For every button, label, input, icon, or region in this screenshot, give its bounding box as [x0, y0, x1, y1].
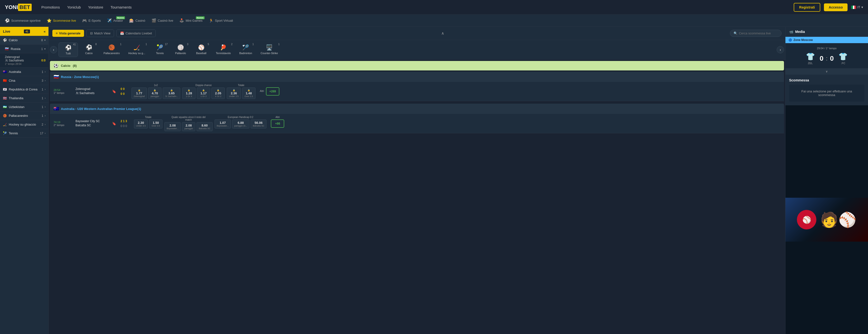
- registrati-button[interactable]: Registrati: [794, 3, 820, 12]
- odd-xor2[interactable]: 🔒 2.05 X Or 2: [211, 87, 225, 99]
- team2-abbr: .FC: [841, 62, 845, 64]
- calcio-icon: ⚽: [3, 38, 7, 42]
- odds-label-1x2: 1x2: [154, 84, 158, 87]
- lock-icon: 🔒: [217, 89, 219, 91]
- sidebar-item-uzbekistan[interactable]: 🇺🇿 Uzbekistan 1 ›: [0, 103, 49, 111]
- sidebar-item-cina[interactable]: 🇨🇳 Cina 3 ›: [0, 76, 49, 85]
- sport-tennis[interactable]: 17 🎾 Tennis: [150, 43, 169, 57]
- odd-1orx[interactable]: 🔒 1.28 1 Or X: [182, 87, 195, 99]
- odd-over35[interactable]: 1.50 Over 3.5: [149, 119, 162, 129]
- columns-icon: ⊟: [90, 31, 93, 35]
- odd-val: 1.50: [153, 121, 159, 124]
- scroll-right-arrow[interactable]: ›: [777, 46, 784, 53]
- chevron-right-icon: ›: [45, 79, 45, 82]
- nav-yoniclub[interactable]: Yoniclub: [67, 5, 81, 9]
- nav-esports[interactable]: 🎮 E-Sports: [82, 18, 101, 23]
- odd-zelenograd[interactable]: 🔒 1.77 Zelenograd: [131, 87, 147, 99]
- odd-h-bayswater[interactable]: 1.07 Bayswater...: [215, 119, 231, 129]
- odds-row-totale2: 2.30 Under 3.5 1.50 Over 3.5: [134, 119, 163, 129]
- russia-tournament-name[interactable]: Russia - Zone Moscow(1): [61, 75, 99, 79]
- soccer-icon: ⚽: [5, 18, 10, 23]
- sidebar-item-australia[interactable]: 🇦🇺 Australia 1 ›: [0, 67, 49, 76]
- odd-sachalinets[interactable]: 🔒 3.65 .fc Sachalin...: [163, 87, 180, 99]
- expand-button[interactable]: ∨: [785, 68, 868, 75]
- nav-casino[interactable]: 🎰 Casinò: [129, 18, 145, 23]
- sidebar-sub-zelenograd[interactable]: Zelenograd .fc Sachalinets 1° tempo 28:5…: [0, 53, 49, 67]
- sidebar-item-thailandia[interactable]: 🇹🇭 Thailandia 1 ›: [0, 94, 49, 103]
- nav-tournaments[interactable]: Tournaments: [111, 5, 132, 9]
- odd-over25[interactable]: 🔒 1.48 Over 2.5: [242, 87, 255, 99]
- nav-label: Casinò: [135, 19, 145, 22]
- sport-tennistavolo[interactable]: 2 🏓 Tennistavolo: [212, 43, 234, 57]
- altri-button-1[interactable]: +269: [266, 87, 279, 95]
- nav-promotions[interactable]: Promotions: [41, 5, 60, 9]
- nav-sport-virtuali[interactable]: 🏃 Sport Virtuali: [209, 18, 233, 23]
- sidebar-item-pallacanestro[interactable]: 🏀 Pallacanestro 1 ›: [0, 111, 49, 120]
- odd-val: 1.07: [220, 121, 226, 124]
- bookmark-icon-2[interactable]: 🔖: [112, 122, 116, 126]
- calendario-button[interactable]: 📅 Calendario Livebet: [116, 29, 155, 37]
- nav-scommesse-sportive[interactable]: ⚽ Scommesse sportive: [5, 18, 41, 23]
- odd-pareggio-2[interactable]: 2.08 pareggio: [182, 122, 195, 131]
- thai-flag: 🇹🇭: [3, 96, 7, 100]
- sport-pallacanestro[interactable]: 1 🏀 Pallacanestro: [100, 43, 123, 57]
- logo-bet: BET: [18, 4, 32, 11]
- nav-casino-live[interactable]: 🎬 Casinò live: [152, 18, 174, 23]
- uzbek-right: 1 ›: [42, 105, 45, 109]
- sidebar-item-tennis[interactable]: 🎾 Tennis 17 ›: [0, 129, 49, 138]
- russia-left: 🇷🇺 Russia: [5, 47, 21, 51]
- sidebar-item-russia[interactable]: 🇷🇺 Russia 1 ▾: [0, 45, 49, 53]
- vista-generale-button[interactable]: ≡ Vista generale: [52, 30, 84, 37]
- tutti-count: 41: [73, 43, 76, 46]
- odd-bayswater[interactable]: 2.08 Bayswater...: [164, 122, 181, 131]
- accesso-button[interactable]: Accesso: [824, 3, 848, 11]
- search-input[interactable]: [739, 31, 778, 35]
- sport-hockey[interactable]: 1 🏒 Hockey su g...: [125, 43, 149, 57]
- australia-tournament-name[interactable]: Australia - U20 Western Australian Premi…: [61, 107, 141, 111]
- tennis-icon: 🎾: [157, 45, 163, 51]
- australia-right: 1 ›: [42, 70, 45, 74]
- cina-count: 3: [42, 79, 43, 82]
- odd-h-pareggio[interactable]: 6.88 pareggio (0...: [232, 119, 249, 129]
- sidebar-item-corea[interactable]: 🇰🇷 Repubblica di Corea 1 ›: [0, 85, 49, 94]
- match-view-button[interactable]: ⊟ Match View: [87, 29, 114, 37]
- scroll-left-arrow[interactable]: ‹: [50, 46, 57, 53]
- nav-yonistore[interactable]: Yonistore: [88, 5, 103, 9]
- odd-lbl: Zelenograd: [134, 95, 145, 98]
- odd-balcatta[interactable]: 8.60 Balcatta SC: [196, 122, 213, 131]
- hockey-count: 2: [42, 123, 43, 126]
- second-nav: ⚽ Scommesse sportive ⭐ Scommesse live 🎮 …: [0, 15, 868, 27]
- odd-pareggio-1[interactable]: 🔒 4.70 pareggio: [148, 87, 161, 99]
- odd-val: 1.77: [136, 91, 142, 95]
- sport-counterstrike[interactable]: 1 🖥️ Counter-Strike: [257, 43, 282, 57]
- sport-badminton[interactable]: 1 🏸 Badminton: [236, 43, 256, 57]
- russia-count: 1: [41, 47, 43, 51]
- match2-team2: Balcatta SC: [75, 123, 110, 127]
- sport-calcio[interactable]: 8 ⚽ Calcio: [79, 43, 99, 57]
- altri-button-2[interactable]: +86: [271, 119, 284, 128]
- odds-group-totale1: Totale 🔒 2.36 Under 2.5 🔒 1.48 Over 2.5: [227, 84, 255, 99]
- odd-under35[interactable]: 2.30 Under 3.5: [134, 119, 148, 129]
- match1-scores: 0 0 0 0: [119, 87, 127, 96]
- nav-label: E-Sports: [88, 19, 101, 22]
- sport-baseball[interactable]: 5 ⚾ Baseball: [191, 43, 211, 57]
- sport-pallavolo[interactable]: 3 🏐 Pallavolo: [171, 43, 190, 57]
- mlb-logo: ⚾: [797, 210, 816, 229]
- odd-val: 1.28: [186, 91, 192, 95]
- sport-tutti[interactable]: 41 ⚽ Tutti: [58, 43, 78, 57]
- nav-aviator[interactable]: ✈️ Aviator Nuovo: [107, 18, 123, 23]
- odd-h-balcatta[interactable]: 56.06 Balcatta SC: [251, 119, 267, 129]
- nav-scommesse-live[interactable]: ⭐ Scommesse live: [47, 18, 76, 23]
- odd-1or2[interactable]: 🔒 1.17 1 Or 2: [197, 87, 210, 99]
- language-selector[interactable]: IT ▾: [851, 5, 863, 9]
- odd-under25[interactable]: 🔒 2.36 Under 2.5: [227, 87, 241, 99]
- sidebar-item-calcio[interactable]: ⚽ Calcio 8 ▾: [0, 36, 49, 45]
- odd-lbl: Bayswater...: [217, 124, 229, 127]
- collapse-toolbar-button[interactable]: ∧: [438, 29, 447, 37]
- pallacanestro-count: 1: [120, 43, 122, 46]
- bookmark-icon[interactable]: 🔖: [112, 89, 116, 93]
- sidebar-collapse-icon[interactable]: «: [43, 29, 45, 33]
- sidebar-item-hockey[interactable]: 🏒 Hockey su ghiaccio 2 ›: [0, 120, 49, 129]
- nav-mini-games[interactable]: 🕹️ Mini Games Nuovo: [179, 18, 203, 23]
- chevron-icon: ▾: [44, 48, 45, 50]
